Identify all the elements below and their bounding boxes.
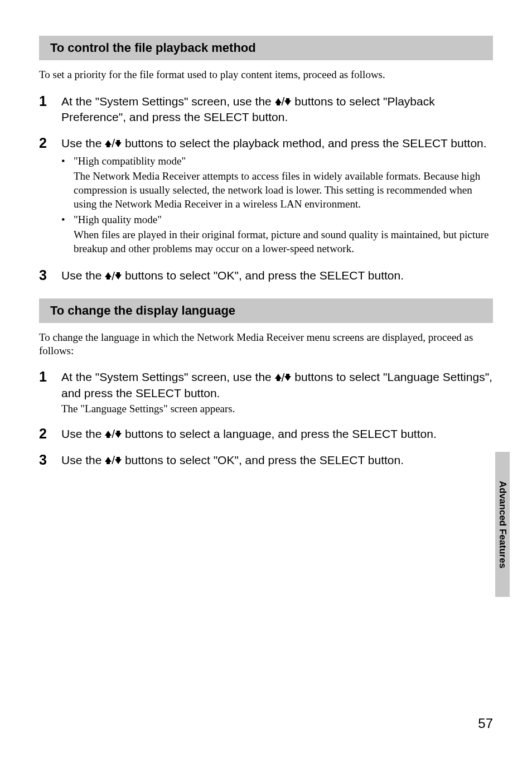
updown-buttons-icon: / [105,452,122,468]
up-arrow-icon [105,272,112,279]
step-number: 3 [39,268,61,282]
section-heading-playback: To control the file playback method [39,36,493,60]
step-item: 2 Use the / buttons to select a language… [39,426,493,442]
bullet-item: • "High compatiblity mode" The Network M… [61,155,493,211]
step-text-pre: Use the [61,269,105,282]
step-item: 2 Use the / buttons to select the playba… [39,136,493,258]
section-heading-language: To change the display language [39,298,493,323]
bullet-intro: "High compatiblity mode" [74,155,493,168]
down-arrow-icon [115,431,122,438]
updown-buttons-icon: / [275,370,292,385]
step-text: Use the / buttons to select "OK", and pr… [61,452,493,469]
bullet-marker: • [61,213,74,227]
step-text-pre: Use the [61,427,105,440]
step-text-post: buttons to select "OK", and press the SE… [122,269,404,282]
step-text: Use the / buttons to select "OK", and pr… [61,268,493,284]
down-arrow-icon [115,272,122,279]
bullet-body-text: When files are played in their original … [74,228,493,255]
step-text-post: buttons to select the playback method, a… [122,137,487,150]
step-text: Use the / buttons to select a language, … [61,426,493,442]
step-number: 1 [39,94,61,108]
section-intro-language: To change the language in which the Netw… [39,331,493,358]
step-number: 3 [39,452,61,467]
step-number: 1 [39,369,61,384]
step-number: 2 [39,426,61,441]
step-item: 1 At the "System Settings" screen, use t… [39,94,493,126]
up-arrow-icon [105,140,112,147]
updown-buttons-icon: / [105,136,122,151]
section-playback-method: To control the file playback method To s… [39,36,493,284]
step-number: 2 [39,136,61,150]
step-text-post: buttons to select "OK", and press the SE… [122,454,404,466]
bullet-marker: • [61,155,74,168]
updown-buttons-icon: / [275,94,292,109]
step-note: The "Language Settings" screen appears. [61,402,493,416]
up-arrow-icon [105,431,112,438]
down-arrow-icon [115,457,122,464]
step-text: At the "System Settings" screen, use the… [61,369,493,401]
step-text-pre: At the "System Settings" screen, use the [61,95,275,108]
step-text-pre: Use the [61,137,105,150]
step-item: 3 Use the / buttons to select "OK", and … [39,268,493,284]
page-number: 57 [478,716,493,731]
updown-buttons-icon: / [105,426,122,442]
step-text-pre: Use the [61,454,105,466]
step-text: Use the / buttons to select the playback… [61,136,493,152]
step-text-post: buttons to select a language, and press … [122,427,437,440]
section-intro-playback: To set a priority for the file format us… [39,68,493,81]
bullet-item: • "High quality mode" When files are pla… [61,213,493,255]
side-tab: Advanced Features [495,452,510,597]
up-arrow-icon [275,98,282,105]
side-tab-label: Advanced Features [497,481,508,568]
step-text-pre: At the "System Settings" screen, use the [61,370,275,383]
step-text: At the "System Settings" screen, use the… [61,94,493,126]
bullet-body-text: The Network Media Receiver attempts to a… [74,170,493,211]
down-arrow-icon [284,98,291,105]
bullet-intro: "High quality mode" [74,213,493,227]
bullet-list: • "High compatiblity mode" The Network M… [61,155,493,255]
down-arrow-icon [115,140,122,147]
step-item: 3 Use the / buttons to select "OK", and … [39,452,493,469]
step-item: 1 At the "System Settings" screen, use t… [39,369,493,416]
up-arrow-icon [275,374,282,381]
up-arrow-icon [105,457,112,464]
updown-buttons-icon: / [105,268,122,284]
section-display-language: To change the display language To change… [39,298,493,469]
down-arrow-icon [284,374,291,381]
